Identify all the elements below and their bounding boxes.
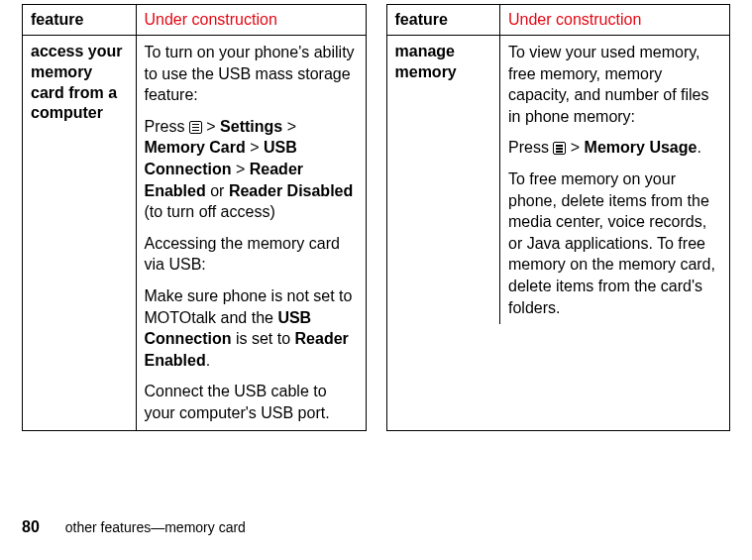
text-gt: > xyxy=(236,161,245,177)
menu-icon xyxy=(553,142,566,155)
text-gt: > xyxy=(287,118,296,135)
left-p4: Make sure phone is not set to MOTOtalk a… xyxy=(145,285,358,371)
left-p3: Accessing the memory card via USB: xyxy=(145,233,358,276)
text-gt: > xyxy=(250,139,259,156)
text-dot: . xyxy=(697,139,700,156)
right-feature-name: manage memory xyxy=(387,36,500,325)
left-header-status: Under construction xyxy=(136,5,366,36)
text-tail: (to turn off access) xyxy=(145,203,275,220)
left-table: feature Under construction access your m… xyxy=(22,4,367,431)
footer-section-title: other features—memory card xyxy=(65,519,246,535)
page-number: 80 xyxy=(22,518,40,536)
right-p1: To view your used memory, free memory, m… xyxy=(508,42,721,127)
text-settings: Settings xyxy=(220,118,282,135)
right-table: feature Under construction manage memory… xyxy=(386,4,731,431)
left-p1: To turn on your phone's ability to use t… xyxy=(145,42,358,106)
left-content-row: access your memory card from a computer … xyxy=(23,36,366,430)
right-feature-desc: To view your used memory, free memory, m… xyxy=(500,36,730,325)
page-footer: 80 other features—memory card xyxy=(22,518,246,536)
right-header-row: feature Under construction xyxy=(387,5,730,36)
left-header-row: feature Under construction xyxy=(23,5,366,36)
content-columns: feature Under construction access your m… xyxy=(0,0,752,431)
left-header-feature: feature xyxy=(23,5,136,36)
text-memory-card: Memory Card xyxy=(145,139,246,156)
right-header-status: Under construction xyxy=(500,5,730,36)
text-press: Press xyxy=(508,139,549,156)
left-feature-desc: To turn on your phone's ability to use t… xyxy=(136,36,366,430)
text-gt: > xyxy=(571,139,580,156)
right-header-feature: feature xyxy=(387,5,500,36)
text-mid: is set to xyxy=(236,330,290,347)
text-dot: . xyxy=(206,352,210,369)
right-p2: Press > Memory Usage. xyxy=(508,137,721,159)
text-press: Press xyxy=(145,118,185,135)
text-memory-usage: Memory Usage xyxy=(585,139,698,156)
text-or: or xyxy=(210,182,224,199)
left-p5: Connect the USB cable to your computer's… xyxy=(145,381,358,423)
right-p3: To free memory on your phone, delete ite… xyxy=(508,168,721,318)
left-feature-name: access your memory card from a computer xyxy=(23,36,136,430)
right-content-row: manage memory To view your used memory, … xyxy=(387,36,730,325)
left-p2: Press > Settings > Memory Card > USB Con… xyxy=(145,116,358,223)
menu-icon xyxy=(189,121,202,134)
text-gt: > xyxy=(206,118,215,135)
text-reader-disabled: Reader Disabled xyxy=(229,182,353,199)
text-pre: Make sure phone is not set to MOTOtalk a… xyxy=(145,287,353,326)
